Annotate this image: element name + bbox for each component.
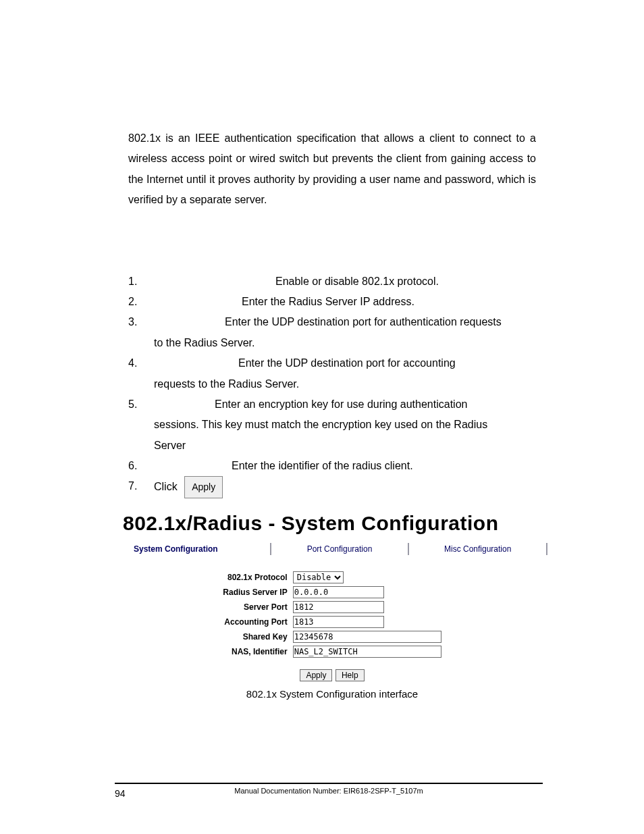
step-number: 7. [128, 476, 154, 496]
config-tabs: System Configuration Port Configuration … [128, 542, 547, 556]
input-server-port[interactable] [293, 601, 384, 613]
figure-caption: 802.1x System Configuration interface [128, 688, 536, 700]
label-radius-server-ip: Radius Server IP [220, 585, 290, 600]
label-server-port: Server Port [220, 600, 290, 615]
label-accounting-port: Accounting Port [220, 615, 290, 629]
tab-port-configuration[interactable]: Port Configuration [271, 542, 409, 556]
step-text: Enter the identifier of the radius clien… [154, 456, 536, 476]
label-nas-identifier: NAS, Identifier [220, 644, 290, 659]
apply-button-illustration: Apply [184, 476, 223, 498]
step-text: Enter an encryption key for use during a… [154, 394, 536, 415]
step-text: Enable or disable 802.1x protocol. [154, 271, 536, 292]
step-number: 4. [128, 353, 154, 373]
step-text: Enter the UDP destination port for accou… [154, 353, 536, 373]
system-config-form: 802.1x Protocol Disable Radius Server IP… [220, 570, 444, 659]
tab-misc-configuration[interactable]: Misc Configuration [408, 542, 547, 556]
step-number: 5. [128, 394, 154, 415]
page-number: 94 [115, 788, 126, 799]
step-text: Click Apply [154, 476, 536, 498]
step-text: Enter the UDP destination port for authe… [154, 312, 536, 332]
intro-paragraph: 802.1x is an IEEE authentication specifi… [128, 128, 536, 211]
step-text: Enter the Radius Server IP address. [154, 292, 536, 312]
help-button[interactable]: Help [336, 669, 365, 681]
step-number: 1. [128, 271, 154, 292]
label-shared-key: Shared Key [220, 629, 290, 644]
section-heading: 802.1x/Radius - System Configuration [123, 512, 536, 535]
step-text: requests to the Radius Server. [154, 374, 536, 394]
apply-button[interactable]: Apply [300, 669, 332, 681]
step-number: 2. [128, 292, 154, 312]
step-text: to the Radius Server. [154, 333, 536, 353]
label-8021x-protocol: 802.1x Protocol [220, 570, 290, 585]
footer-doc-number: Manual Documentation Number: EIR618-2SFP… [115, 787, 543, 795]
config-steps-list: 1. Enable or disable 802.1x protocol. 2.… [128, 271, 536, 499]
tab-system-configuration[interactable]: System Configuration [128, 542, 271, 556]
input-shared-key[interactable] [293, 631, 441, 643]
step-number: 3. [128, 312, 154, 332]
page-footer: 94 Manual Documentation Number: EIR618-2… [115, 783, 543, 795]
step-text: sessions. This key must match the encryp… [154, 415, 536, 435]
step-number: 6. [128, 456, 154, 476]
input-accounting-port[interactable] [293, 616, 384, 628]
step-text: Server [154, 436, 536, 456]
input-radius-server-ip[interactable] [293, 586, 384, 598]
select-8021x-protocol[interactable]: Disable [293, 571, 344, 583]
input-nas-identifier[interactable] [293, 646, 441, 658]
